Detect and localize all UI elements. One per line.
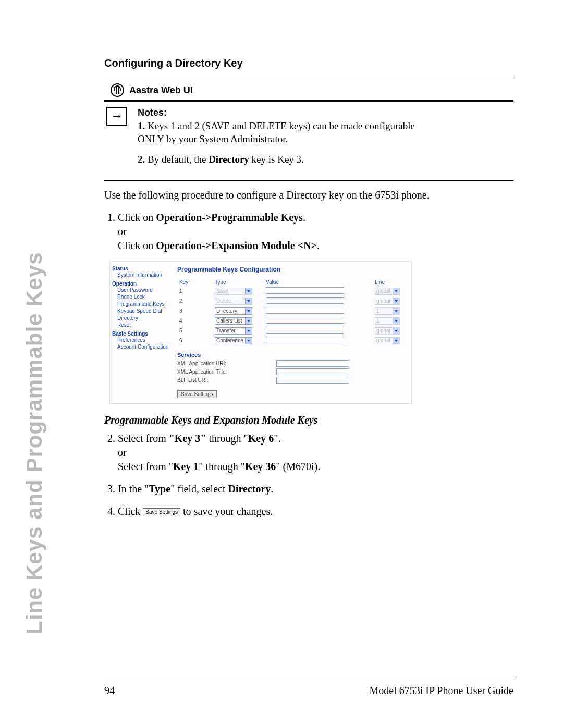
arrow-icon: → <box>106 107 127 126</box>
pk-table: Key Type Value Line 1Saveglobal2Deletegl… <box>177 278 408 346</box>
type-select[interactable]: Callers List <box>215 317 252 325</box>
webui-label: Aastra Web UI <box>129 85 193 96</box>
col-type: Type <box>213 278 264 286</box>
footer: 94 Model 6753i IP Phone User Guide <box>104 682 513 697</box>
key-cell: 6 <box>177 336 213 346</box>
value-input[interactable] <box>266 287 344 294</box>
line-select: 1 <box>375 317 400 325</box>
webui-nav: Status System Information Operation User… <box>110 262 170 403</box>
table-row: 6Conferenceglobal <box>177 336 408 346</box>
section-heading: Configuring a Directory Key <box>104 57 513 69</box>
divider <box>104 100 513 104</box>
nav-item[interactable]: Directory <box>117 315 170 322</box>
key-cell: 2 <box>177 296 213 306</box>
side-tab: Line Keys and Programmable Keys <box>26 42 86 697</box>
type-select[interactable]: Transfer <box>215 327 252 335</box>
nav-head-operation: Operation <box>112 281 170 287</box>
col-value: Value <box>264 278 373 286</box>
value-input[interactable] <box>266 307 344 314</box>
side-tab-text: Line Keys and Programmable Keys <box>22 252 47 634</box>
nav-item[interactable]: Preferences <box>117 337 170 344</box>
xml-uri-input[interactable] <box>276 360 349 367</box>
service-row: XML Application Title: <box>177 368 408 375</box>
notes-block: → Notes: 1. Keys 1 and 2 (SAVE and DELET… <box>104 104 513 178</box>
nav-item[interactable]: Keypad Speed Dial <box>117 307 170 315</box>
globe-icon <box>111 83 124 97</box>
service-row: BLF List URI: <box>177 377 408 384</box>
nav-item[interactable]: Phone Lock <box>117 293 170 301</box>
page-number: 94 <box>104 685 115 697</box>
col-key: Key <box>177 278 213 286</box>
webui-screenshot: Status System Information Operation User… <box>109 261 412 404</box>
nav-item[interactable]: Account Configuration <box>117 343 170 351</box>
line-select: global <box>375 327 400 335</box>
services-title: Services <box>177 352 408 358</box>
divider <box>104 180 513 181</box>
xml-title-input[interactable] <box>276 368 349 375</box>
key-cell: 1 <box>177 286 213 296</box>
line-select: global <box>375 288 400 295</box>
table-row: 4Callers List1 <box>177 316 408 326</box>
line-select: global <box>375 337 400 344</box>
footer-title: Model 6753i IP Phone User Guide <box>370 685 513 697</box>
nav-item[interactable]: User Password <box>117 287 170 294</box>
save-settings-button[interactable]: Save Settings <box>177 390 217 398</box>
subheading: Programmable Keys and Expansion Module K… <box>104 414 513 426</box>
blf-uri-input[interactable] <box>276 377 349 384</box>
step-2: Select from "Key 3" through "Key 6". or … <box>118 431 513 474</box>
value-input[interactable] <box>266 327 344 334</box>
line-select: 1 <box>375 307 400 315</box>
type-select[interactable]: Directory <box>215 307 252 315</box>
step-1: Click on Operation->Programmable Keys. o… <box>118 211 513 253</box>
step-4: Click Save Settings to save your changes… <box>118 504 513 519</box>
table-row: 2Deleteglobal <box>177 296 408 306</box>
key-cell: 3 <box>177 306 213 316</box>
table-row: 5Transferglobal <box>177 326 408 336</box>
table-row: 1Saveglobal <box>177 286 408 296</box>
col-line: Line <box>373 278 408 286</box>
note-2: 2. By default, the Directory key is Key … <box>138 153 430 166</box>
save-settings-inline-button: Save Settings <box>143 508 180 516</box>
value-input[interactable] <box>266 317 344 324</box>
type-select: Save <box>215 288 252 295</box>
type-select[interactable]: Conference <box>215 337 252 344</box>
footer-rule <box>104 678 513 678</box>
nav-head-status: Status <box>112 266 170 272</box>
line-select: global <box>375 298 400 305</box>
key-cell: 4 <box>177 316 213 326</box>
webui-title: Programmable Keys Configuration <box>177 266 408 273</box>
note-1: 1. Keys 1 and 2 (SAVE and DELETE keys) c… <box>138 120 430 145</box>
value-input[interactable] <box>266 337 344 343</box>
nav-head-basic: Basic Settings <box>112 331 170 337</box>
divider <box>104 77 513 80</box>
nav-item[interactable]: System Information <box>117 272 170 279</box>
notes-title: Notes: <box>138 107 430 119</box>
intro-text: Use the following procedure to configure… <box>104 189 513 201</box>
nav-item[interactable]: Reset <box>117 322 170 329</box>
value-input[interactable] <box>266 297 344 304</box>
key-cell: 5 <box>177 326 213 336</box>
table-row: 3Directory1 <box>177 306 408 316</box>
webui-header: Aastra Web UI <box>104 80 513 100</box>
nav-item[interactable]: Programmable Keys <box>117 301 170 308</box>
step-3: In the "Type" field, select Directory. <box>118 482 513 496</box>
service-row: XML Application URI: <box>177 360 408 367</box>
type-select: Delete <box>215 298 252 305</box>
